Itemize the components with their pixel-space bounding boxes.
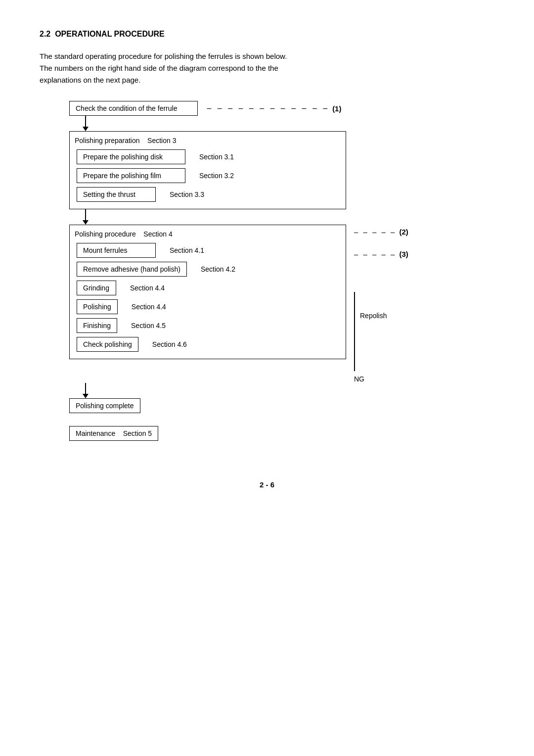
intro-paragraph: The standard operating procedure for pol…	[40, 50, 494, 86]
prep-section-3: Section 3.3	[170, 190, 204, 198]
prep-section-1: Section 3.1	[199, 153, 234, 161]
prep-rows: Prepare the polishing disk Section 3.1 P…	[75, 149, 338, 202]
proc-row-4: Polishing Section 4.4	[77, 299, 338, 314]
page-number: 2 - 6	[40, 480, 494, 489]
arrow-to-complete	[85, 383, 86, 398]
proc-group: Polishing procedure Section 4 Mount ferr…	[69, 225, 346, 359]
proc-section-6: Section 4.6	[152, 340, 187, 348]
check-ref: (1)	[332, 104, 341, 113]
ng-label: NG	[354, 375, 364, 383]
proc-row-5: Finishing Section 4.5	[77, 318, 338, 333]
check-dashes: – – – – – – – – – – – –	[203, 104, 329, 113]
side-annotations: – – – – – (2) – – – – – (3) Repolish	[354, 225, 408, 383]
dash-row-3: – – – – – (3)	[354, 250, 408, 258]
proc-box-finishing: Finishing	[77, 318, 117, 333]
proc-box-adhesive: Remove adhesive (hand polish)	[77, 262, 187, 277]
prep-box-3: Setting the thrust	[77, 187, 156, 202]
proc-row-2: Remove adhesive (hand polish) Section 4.…	[77, 262, 338, 277]
proc-row-6: Check polishing Section 4.6	[77, 337, 338, 352]
proc-row-3: Grinding Section 4.4	[77, 281, 338, 295]
ref-3: (3)	[399, 250, 408, 258]
repolish-label: Repolish	[360, 312, 387, 320]
arrow-to-proc	[85, 209, 86, 225]
proc-box-grinding: Grinding	[77, 281, 116, 295]
proc-section-2: Section 4.2	[201, 265, 235, 273]
proc-section-1: Section 4.1	[170, 246, 204, 254]
proc-box-check: Check polishing	[77, 337, 138, 352]
dash-3: – – – – –	[354, 250, 396, 258]
prep-section-2: Section 3.2	[199, 172, 234, 180]
ref-2: (2)	[399, 228, 408, 236]
complete-box: Polishing complete	[69, 398, 140, 413]
diagram: Check the condition of the ferrule – – –…	[69, 101, 475, 441]
proc-box-mount: Mount ferrules	[77, 243, 156, 258]
prep-header: Polishing preparation Section 3	[75, 137, 338, 144]
prep-group: Polishing preparation Section 3 Prepare …	[69, 131, 346, 209]
prep-row-2: Prepare the polishing film Section 3.2	[77, 168, 338, 183]
proc-section-4: Section 4.4	[132, 303, 166, 311]
check-box: Check the condition of the ferrule	[69, 101, 198, 116]
arrow-to-prep	[85, 116, 86, 131]
proc-rows: Mount ferrules Section 4.1 Remove adhesi…	[75, 243, 338, 352]
prep-row-1: Prepare the polishing disk Section 3.1	[77, 149, 338, 164]
prep-box-2: Prepare the polishing film	[77, 168, 185, 183]
check-row: Check the condition of the ferrule – – –…	[69, 101, 475, 116]
maintenance-box: Maintenance Section 5	[69, 426, 158, 441]
proc-box-polishing: Polishing	[77, 299, 118, 314]
the-word: the	[268, 64, 278, 72]
section-heading: 2.2 OPERATIONAL PROCEDURE	[40, 30, 494, 39]
proc-section-3: Section 4.4	[130, 284, 165, 292]
dash-2: – – – – –	[354, 228, 396, 236]
dash-row-2: – – – – – (2)	[354, 228, 408, 236]
proc-header: Polishing procedure Section 4	[75, 230, 338, 238]
proc-row: Polishing procedure Section 4 Mount ferr…	[69, 225, 475, 383]
prep-row-3: Setting the thrust Section 3.3	[77, 187, 338, 202]
proc-section-5: Section 4.5	[131, 322, 166, 330]
prep-box-1: Prepare the polishing disk	[77, 149, 185, 164]
page-container: 2.2 OPERATIONAL PROCEDURE The standard o…	[40, 30, 494, 489]
proc-row-1: Mount ferrules Section 4.1	[77, 243, 338, 258]
repolish-feedback: Repolish NG	[354, 292, 408, 383]
